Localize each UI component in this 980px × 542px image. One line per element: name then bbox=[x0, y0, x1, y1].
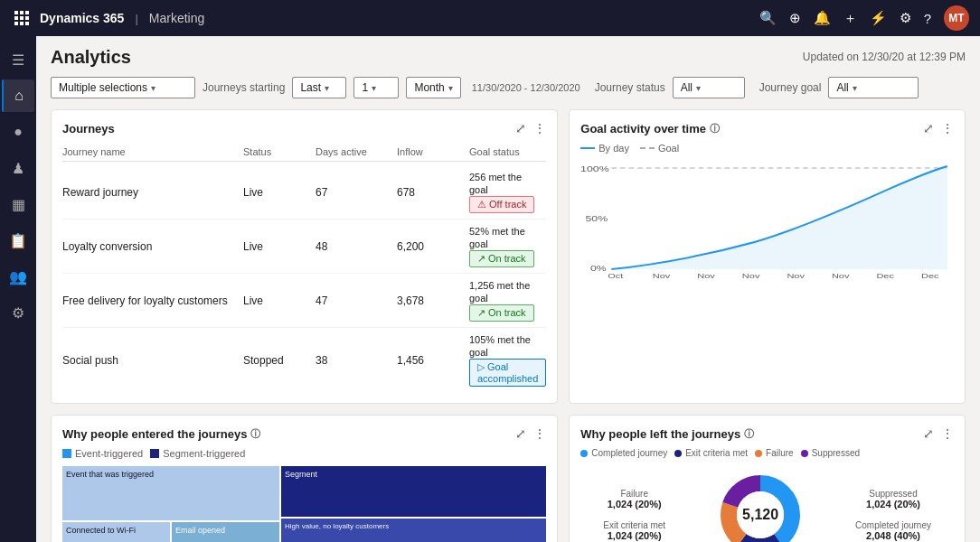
notifications-icon[interactable]: 🔔 bbox=[814, 10, 831, 26]
new-icon[interactable]: ＋ bbox=[843, 10, 857, 27]
by-day-legend-dot bbox=[580, 147, 595, 149]
goal-chart-svg: 100% 50% 0% Oct 31 Nov 6 Nov 12 bbox=[580, 161, 954, 278]
topbar-separator: | bbox=[135, 12, 137, 25]
why-entered-card-title: Why people entered the journeys ⓘ bbox=[62, 427, 260, 441]
svg-text:Oct: Oct bbox=[608, 272, 624, 278]
segment-triggered-square bbox=[150, 449, 159, 458]
suppressed-legend: Suppressed bbox=[801, 448, 860, 458]
search-icon[interactable]: 🔍 bbox=[759, 10, 777, 26]
sidebar-item-forms[interactable]: 📋 bbox=[2, 224, 34, 257]
journey-status: Stopped bbox=[243, 354, 316, 367]
why-entered-expand-button[interactable]: ⤢ bbox=[515, 426, 526, 441]
svg-text:0%: 0% bbox=[590, 264, 607, 273]
col-inflow: Inflow bbox=[397, 146, 469, 157]
table-row: Free delivery for loyalty customers Live… bbox=[62, 274, 546, 328]
why-left-info-icon[interactable]: ⓘ bbox=[744, 427, 754, 441]
col-journey-name: Journey name bbox=[62, 146, 243, 157]
filter-icon[interactable]: ⚡ bbox=[870, 10, 887, 26]
journey-days: 48 bbox=[316, 240, 397, 253]
goal-expand-button[interactable]: ⤢ bbox=[923, 121, 934, 136]
page-title: Analytics bbox=[51, 47, 131, 68]
journey-goal-filter[interactable]: All ▾ bbox=[828, 77, 919, 98]
goal-activity-info-icon[interactable]: ⓘ bbox=[710, 122, 720, 136]
segment-filter[interactable]: Multiple selections ▾ bbox=[51, 77, 195, 98]
journeys-more-button[interactable]: ⋮ bbox=[533, 121, 546, 136]
journey-goal: 256 met the goal ⚠ Off track bbox=[469, 171, 546, 213]
journeys-starting-label: Journeys starting bbox=[203, 81, 285, 94]
event-triggered-label: Event-triggered bbox=[75, 448, 143, 459]
treemap-visual: Event that was triggered Connected to Wi… bbox=[62, 466, 546, 542]
svg-text:Nov: Nov bbox=[787, 272, 806, 278]
updated-text: Updated on 12/30/20 at 12:39 PM bbox=[803, 51, 966, 63]
donut-svg bbox=[711, 465, 810, 542]
sidebar-item-dashboard[interactable]: ▦ bbox=[2, 188, 34, 220]
exit-donut-label: Exit criteria met 1,024 (20%) bbox=[603, 520, 665, 541]
last-filter[interactable]: Last ▾ bbox=[292, 77, 346, 98]
journey-days: 47 bbox=[316, 294, 397, 307]
app-module: Marketing bbox=[149, 11, 204, 25]
sidebar: ☰ ⌂ ● ♟ ▦ 📋 👥 ⚙ bbox=[0, 36, 36, 542]
donut-container: Failure 1,024 (20%) Exit criteria met 1,… bbox=[580, 465, 954, 542]
why-entered-actions: ⤢ ⋮ bbox=[515, 426, 546, 441]
period-unit-chevron: ▾ bbox=[448, 83, 453, 93]
goal-more-button[interactable]: ⋮ bbox=[941, 121, 954, 136]
treemap-legend: Event-triggered Segment-triggered bbox=[62, 448, 546, 459]
journey-inflow: 3,678 bbox=[397, 294, 469, 307]
user-avatar[interactable]: MT bbox=[944, 5, 969, 31]
period-unit-filter[interactable]: Month ▾ bbox=[406, 77, 460, 98]
app-name: Dynamics 365 bbox=[40, 11, 124, 25]
date-range-text: 11/30/2020 - 12/30/2020 bbox=[472, 82, 580, 93]
why-entered-info-icon[interactable]: ⓘ bbox=[250, 427, 260, 441]
journey-days: 38 bbox=[316, 354, 397, 367]
why-entered-card: Why people entered the journeys ⓘ ⤢ ⋮ Ev… bbox=[51, 415, 558, 542]
journeys-card-header: Journeys ⤢ ⋮ bbox=[62, 121, 546, 136]
completed-donut-label: Completed journey 2,048 (40%) bbox=[855, 520, 931, 541]
journey-status-chevron: ▾ bbox=[696, 83, 701, 93]
page-header: Analytics Updated on 12/30/20 at 12:39 P… bbox=[51, 47, 966, 68]
journey-goal-value: All bbox=[836, 81, 848, 94]
period-value-filter[interactable]: 1 ▾ bbox=[353, 77, 399, 98]
svg-text:Nov: Nov bbox=[742, 272, 760, 278]
why-left-more-button[interactable]: ⋮ bbox=[941, 426, 954, 441]
svg-text:50%: 50% bbox=[586, 214, 608, 223]
by-day-legend: By day bbox=[580, 143, 629, 154]
journey-goal-label: Journey goal bbox=[759, 81, 822, 94]
help-icon[interactable]: ⊕ bbox=[789, 10, 801, 26]
sidebar-item-alerts[interactable]: 👥 bbox=[2, 260, 34, 293]
sidebar-item-settings[interactable]: ⚙ bbox=[2, 296, 34, 329]
sidebar-item-current[interactable]: ● bbox=[2, 116, 34, 148]
on-track-badge: ↗ On track bbox=[469, 304, 534, 322]
sidebar-item-home[interactable]: ⌂ bbox=[2, 79, 34, 112]
apps-grid-button[interactable] bbox=[11, 7, 33, 29]
svg-text:Nov: Nov bbox=[653, 272, 671, 278]
col-goal-status: Goal status bbox=[469, 146, 546, 157]
exit-label: Exit criteria met bbox=[685, 448, 748, 458]
why-entered-card-header: Why people entered the journeys ⓘ ⤢ ⋮ bbox=[62, 426, 546, 441]
settings-icon[interactable]: ⚙ bbox=[900, 10, 911, 26]
journey-status-filter[interactable]: All ▾ bbox=[673, 77, 745, 98]
journey-name: Loyalty conversion bbox=[62, 240, 243, 253]
goal-activity-actions: ⤢ ⋮ bbox=[923, 121, 954, 136]
failure-legend: Failure bbox=[755, 448, 794, 458]
segment-filter-chevron: ▾ bbox=[151, 83, 155, 93]
period-unit-value: Month bbox=[414, 81, 444, 94]
why-left-card: Why people left the journeys ⓘ ⤢ ⋮ Compl… bbox=[569, 415, 966, 542]
why-left-expand-button[interactable]: ⤢ bbox=[923, 426, 934, 441]
why-entered-more-button[interactable]: ⋮ bbox=[533, 426, 546, 441]
sidebar-item-menu[interactable]: ☰ bbox=[2, 43, 34, 76]
journeys-table-header: Journey name Status Days active Inflow G… bbox=[62, 143, 546, 162]
goal-legend-label: Goal bbox=[658, 143, 679, 154]
goal-activity-card: Goal activity over time ⓘ ⤢ ⋮ By day Goa… bbox=[569, 109, 966, 404]
journey-goal: 105% met the goal ▷ Goal accomplished bbox=[469, 333, 546, 387]
table-row: Reward journey Live 67 678 256 met the g… bbox=[62, 165, 546, 220]
journeys-card: Journeys ⤢ ⋮ Journey name Status Days ac… bbox=[51, 109, 558, 404]
sidebar-item-contacts[interactable]: ♟ bbox=[2, 152, 34, 184]
donut-labels-right: Suppressed 1,024 (20%) Completed journey… bbox=[855, 489, 931, 541]
col-days-active: Days active bbox=[316, 146, 397, 157]
topbar: Dynamics 365 | Marketing 🔍 ⊕ 🔔 ＋ ⚡ ⚙ ? M… bbox=[0, 0, 980, 36]
last-filter-value: Last bbox=[300, 81, 321, 94]
filter-bar: Multiple selections ▾ Journeys starting … bbox=[51, 77, 966, 98]
journeys-expand-button[interactable]: ⤢ bbox=[515, 121, 526, 136]
question-icon[interactable]: ? bbox=[924, 11, 931, 26]
svg-text:Nov: Nov bbox=[832, 272, 850, 278]
